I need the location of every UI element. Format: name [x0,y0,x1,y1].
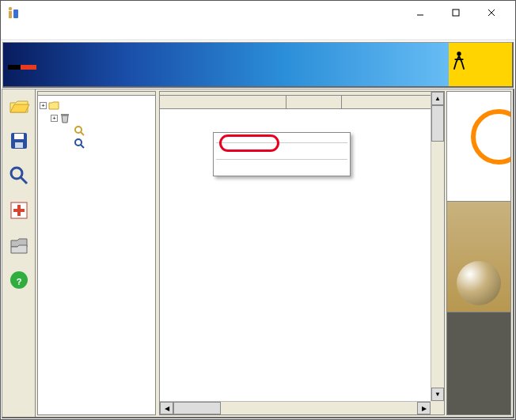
svg-line-12 [21,177,27,184]
save-button[interactable] [6,127,32,154]
separator [216,142,347,143]
svg-rect-15 [13,209,25,212]
recover-button[interactable] [6,197,32,224]
menu-help[interactable] [70,31,83,34]
col-size[interactable] [286,96,342,108]
menu-tools[interactable] [58,31,70,34]
col-date[interactable] [342,96,433,108]
cm-view-text[interactable] [215,168,348,174]
trash-icon [59,112,70,123]
circle-icon [471,109,511,165]
column-headers: ^ [160,96,444,109]
svg-point-19 [75,127,82,133]
svg-point-11 [11,168,22,179]
svg-rect-4 [453,9,459,16]
scroll-thumb[interactable] [431,105,444,142]
scroll-left-icon[interactable]: ◀ [160,402,173,414]
svg-rect-0 [9,11,12,18]
menu-info[interactable] [45,31,58,34]
minimize-button[interactable] [402,2,438,25]
tree-lost[interactable] [40,124,154,137]
menu-view[interactable] [32,31,45,34]
folders-panel: + + [37,91,156,415]
scrollbar-vertical[interactable]: ▲ ▼ [431,92,444,401]
scroll-down-icon[interactable]: ▼ [431,388,444,401]
open-drive-button[interactable] [6,93,32,119]
col-name[interactable] [160,96,286,108]
brand-recovery [21,65,36,70]
brand-subtitle [8,65,36,70]
brand-file [8,65,21,70]
runner-icon [452,51,466,71]
svg-rect-18 [61,114,69,115]
scroll-thumb[interactable] [173,402,221,414]
find-lost-button[interactable] [6,162,32,189]
svg-text:?: ? [16,277,21,286]
scroll-right-icon[interactable]: ▶ [417,402,431,414]
ad-convar[interactable] [446,91,511,202]
ad-panel [446,91,511,415]
cm-hex-dump[interactable] [215,161,348,168]
menu-object[interactable] [7,31,20,34]
context-menu [213,132,351,176]
folder-icon [48,100,59,111]
folder-tree[interactable]: + + [38,96,155,414]
expand-icon[interactable]: + [40,102,47,109]
close-button[interactable] [473,2,509,25]
sphere-icon [457,261,501,305]
search-icon [74,138,85,149]
separator [216,159,347,160]
ad-premium[interactable] [446,312,511,415]
search-icon [74,125,85,136]
svg-point-1 [9,7,12,10]
svg-rect-9 [14,134,24,139]
app-icon [7,6,20,19]
scroll-up-icon[interactable]: ▲ [431,92,444,105]
toolbar: ? [2,89,36,417]
tree-deleted[interactable]: + [40,112,154,124]
scroll-corner [431,401,444,414]
cm-rename[interactable] [215,151,348,157]
tree-root[interactable]: + [40,99,154,112]
tree-searched[interactable] [40,137,154,149]
menu-edit[interactable] [20,31,32,34]
menubar [1,25,515,40]
titlebar [1,1,515,25]
cm-save-to[interactable] [215,134,348,141]
svg-point-21 [75,139,82,146]
help-button[interactable]: ? [6,267,32,293]
svg-line-20 [81,132,84,135]
maximize-button[interactable] [438,2,473,25]
ad-iso[interactable] [446,202,511,312]
expand-icon[interactable]: + [51,115,58,122]
svg-rect-10 [15,142,23,148]
svg-line-22 [81,145,84,148]
drives-button[interactable] [6,232,32,259]
cm-properties[interactable] [215,145,348,151]
svg-rect-2 [13,9,18,18]
banner [2,42,514,88]
scrollbar-horizontal[interactable]: ◀ ▶ [160,401,431,414]
banner-ad[interactable] [449,43,512,86]
svg-point-7 [457,51,461,55]
